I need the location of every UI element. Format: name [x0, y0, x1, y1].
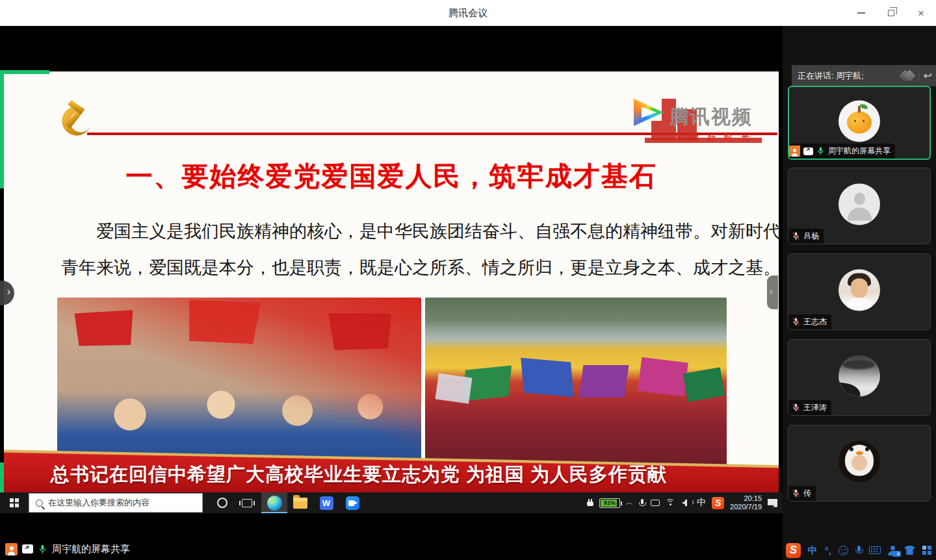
minimize-button[interactable]	[846, 0, 876, 26]
share-status-label: 周宇航的屏幕共享	[52, 543, 130, 555]
start-button[interactable]	[0, 492, 29, 513]
taskbar-app-wps[interactable]: W	[313, 492, 339, 513]
clock-time: 20:15	[730, 494, 762, 503]
taskbar-search-input[interactable]: 在这里输入你要搜索的内容	[29, 493, 203, 513]
red-flag-shape	[328, 308, 394, 353]
participant-name-row: 王志杰	[788, 314, 831, 329]
red-flag-shape	[74, 305, 137, 352]
red-flag-shape	[185, 298, 261, 348]
slide-body: 爱国主义是我们民族精神的核心，是中华民族团结奋斗、自强不息的精神纽带。对新时代中…	[61, 213, 742, 286]
participant-tile-chuan[interactable]: 传	[788, 425, 931, 502]
meeting-window: 腾讯会议 × 腾讯视频	[0, 0, 936, 560]
share-border-top	[0, 70, 49, 74]
participant-name: 王泽涛	[803, 402, 827, 413]
back-arrow-icon[interactable]: ↩	[924, 71, 932, 81]
edge-icon	[267, 496, 282, 511]
search-placeholder: 在这里输入你要搜索的内容	[48, 497, 150, 509]
skin-icon[interactable]	[904, 546, 915, 555]
speaker-icon[interactable]	[682, 499, 691, 507]
avatar-penguin-baby	[838, 440, 880, 482]
window-title: 腾讯会议	[0, 0, 936, 26]
flag-shape	[521, 358, 574, 397]
screen-share-icon	[22, 544, 33, 554]
avatar-orange-cartoon	[838, 100, 880, 142]
participant-tile-zhouyuhang[interactable]: 周宇航的屏幕共享	[788, 86, 931, 160]
flag-shape	[683, 367, 725, 401]
share-border-left-bottom	[0, 463, 4, 492]
participant-tile-lvyang[interactable]: 吕杨	[788, 168, 931, 244]
presenter-badge-icon	[789, 146, 800, 157]
ime-punctuation-indicator[interactable]: °,	[825, 545, 831, 556]
participant-name-row: 王泽涛	[788, 400, 831, 415]
mic-on-icon	[38, 544, 47, 555]
participant-name: 周宇航的屏幕共享	[828, 146, 890, 157]
account-badge: 14	[892, 551, 901, 557]
flag-shape	[638, 357, 688, 396]
taskbar-app-edge[interactable]	[261, 492, 287, 513]
restore-button[interactable]	[876, 0, 906, 26]
share-border-left	[0, 70, 4, 188]
taskbar-app-meeting[interactable]	[339, 492, 365, 513]
participant-name-row: 传	[788, 486, 816, 501]
flag-shape	[578, 365, 629, 398]
participant-name: 传	[803, 488, 811, 499]
avatar-default-silhouette	[838, 183, 880, 225]
battery-indicator[interactable]: 91%	[599, 498, 620, 508]
slide-body-line2: 青年来说，爱国既是本分，也是职责，既是心之所系、情之所归，更是立身之本、成才之基…	[61, 249, 742, 286]
speaking-label: 正在讲话: 周宇航;	[792, 70, 864, 82]
close-button[interactable]: ×	[906, 0, 936, 26]
meeting-app-icon	[346, 496, 359, 510]
sidebar-collapse-handle[interactable]: ›	[767, 275, 778, 309]
toolbox-icon[interactable]	[922, 546, 932, 555]
tencent-video-tagline: 不负好时光	[673, 131, 758, 143]
wps-icon: W	[320, 496, 333, 510]
presentation-slide: 腾讯视频 不负好时光 一、要始终爱党爱国爱人民，筑牢成才基石 爱国主义是我们民族…	[4, 71, 779, 492]
folder-icon	[293, 498, 307, 509]
action-center-icon[interactable]	[768, 499, 777, 507]
soft-keyboard-icon[interactable]	[869, 546, 881, 554]
participant-tile-wangzhijie[interactable]: 王志杰	[788, 253, 931, 330]
ime-indicator[interactable]: 中	[697, 497, 706, 509]
mic-muted-icon	[792, 317, 800, 327]
party-emblem-icon	[53, 100, 96, 143]
taskbar-clock[interactable]: 20:15 2020/7/19	[730, 494, 762, 511]
slide-heading: 一、要始终爱党爱国爱人民，筑牢成才基石	[4, 159, 779, 194]
battery-percent: 91%	[604, 500, 616, 506]
account-icon[interactable]: 14	[888, 546, 897, 555]
photo-parade-flags	[425, 298, 727, 465]
mic-muted-icon	[792, 403, 800, 413]
banner-icons: ↩	[901, 65, 932, 86]
tray-overflow-icon[interactable]: ︿	[626, 498, 633, 507]
power-plug-icon	[587, 499, 593, 507]
avatar-portrait-photo	[838, 269, 880, 311]
sogou-tray-icon[interactable]: S	[712, 497, 724, 509]
participant-name: 王志杰	[803, 316, 827, 327]
window-titlebar: 腾讯会议 ×	[0, 0, 936, 26]
sogou-logo-icon[interactable]: S	[786, 543, 801, 558]
wifi-icon[interactable]	[666, 499, 676, 507]
presenter-badge-icon	[5, 543, 18, 555]
flag-shape	[435, 374, 472, 404]
emoji-icon[interactable]	[838, 546, 848, 555]
task-view-icon[interactable]	[242, 499, 252, 507]
clock-date: 2020/7/19	[730, 503, 762, 511]
taskbar-app-explorer[interactable]	[287, 492, 313, 513]
ime-mode-indicator[interactable]: 中	[808, 544, 818, 557]
shared-taskbar: 在这里输入你要搜索的内容 W 91% ︿ 中 S	[0, 492, 783, 513]
slide-body-line1: 爱国主义是我们民族精神的核心，是中华民族团结奋斗、自强不息的精神纽带。对新时代中…	[61, 213, 742, 249]
mic-muted-icon	[792, 231, 800, 241]
mic-on-icon	[816, 146, 825, 156]
participant-tile-wangzetao[interactable]: 王泽涛	[788, 339, 931, 416]
tencent-video-watermark: 腾讯视频 不负好时光	[632, 95, 775, 151]
avatar-bw-landscape	[838, 355, 880, 396]
participant-name-row: 吕杨	[788, 229, 824, 244]
participant-name: 吕杨	[803, 231, 819, 242]
mic-muted-icon	[792, 489, 800, 498]
shared-screen-view: 腾讯视频 不负好时光 一、要始终爱党爱国爱人民，筑牢成才基石 爱国主义是我们民族…	[0, 26, 783, 560]
tray-device-icon[interactable]	[651, 500, 660, 506]
search-icon	[36, 500, 43, 507]
windows-logo-icon	[10, 498, 19, 507]
cortana-icon[interactable]	[217, 498, 228, 508]
voice-input-icon[interactable]	[855, 546, 862, 555]
tray-mic-icon[interactable]	[639, 499, 645, 507]
